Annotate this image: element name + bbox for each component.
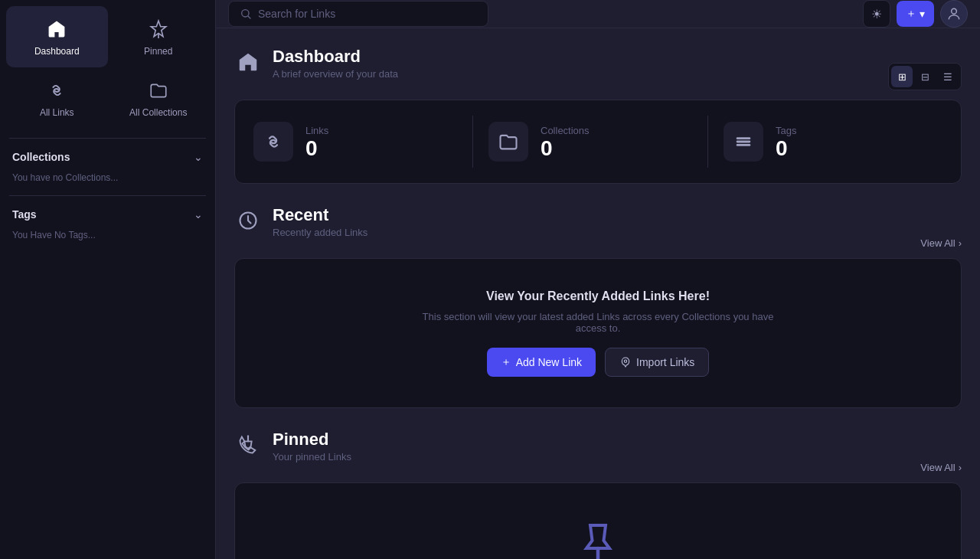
all-collections-label: All Collections	[129, 107, 187, 118]
sidebar-item-all-collections[interactable]: All Collections	[108, 67, 210, 129]
topbar-actions: ☀ ＋ ▾	[863, 0, 968, 28]
stat-tags: Tags 0	[708, 116, 942, 168]
recent-section: Recent Recently added Links View All › V…	[234, 205, 962, 408]
dashboard-title: Dashboard	[273, 47, 398, 67]
stat-links-icon	[253, 122, 293, 162]
sidebar-item-pinned[interactable]: Pinned	[108, 6, 210, 67]
pinned-title-block: Pinned Your pinned Links	[273, 430, 351, 463]
recent-title-block: Recent Recently added Links	[273, 205, 368, 238]
tags-chevron-icon: ⌄	[194, 208, 203, 221]
svg-line-2	[248, 16, 250, 18]
import-links-button[interactable]: Import Links	[605, 348, 709, 377]
recent-empty-card: View Your Recently Added Links Here! Thi…	[234, 258, 962, 408]
stat-links-value: 0	[305, 138, 328, 159]
pinned-title: Pinned	[273, 430, 351, 449]
stat-collections-info: Collections 0	[541, 125, 590, 159]
pinned-view-all-text: View All	[920, 462, 955, 473]
topbar: ☀ ＋ ▾	[216, 0, 980, 28]
view-toggle-grid-small[interactable]: ⊟	[914, 66, 936, 87]
stat-collections-icon	[488, 122, 528, 162]
page-content: Dashboard A brief overview of your data …	[216, 28, 980, 559]
dashboard-section: Dashboard A brief overview of your data …	[234, 47, 962, 184]
recent-empty-title: View Your Recently Added Links Here!	[486, 289, 710, 303]
add-new-link-button[interactable]: ＋ Add New Link	[487, 348, 596, 377]
stat-tags-info: Tags 0	[776, 125, 796, 159]
pinned-top-row: Pinned Your pinned Links View All ›	[234, 430, 962, 473]
folder-icon	[146, 78, 171, 103]
pinned-view-all-link[interactable]: View All ›	[920, 462, 962, 473]
sidebar-item-dashboard[interactable]: Dashboard	[6, 6, 108, 67]
search-icon	[240, 8, 252, 20]
tags-section-header[interactable]: Tags ⌄	[6, 199, 209, 227]
dashboard-section-icon	[234, 48, 262, 76]
recent-subtitle: Recently added Links	[273, 227, 368, 238]
add-dropdown-icon: ▾	[920, 8, 925, 20]
dashboard-top-row: Dashboard A brief overview of your data …	[234, 47, 962, 90]
recent-view-all-text: View All	[920, 237, 955, 249]
theme-icon: ☀	[871, 7, 882, 21]
add-link-label: Add New Link	[516, 356, 582, 368]
recent-view-all-chevron-icon: ›	[959, 237, 962, 249]
import-label: Import Links	[636, 356, 694, 368]
sidebar-collections-section: Collections ⌄ You have no Collections...	[0, 142, 215, 192]
stat-links: Links 0	[253, 116, 473, 168]
svg-rect-6	[737, 144, 751, 146]
stat-tags-value: 0	[776, 138, 796, 159]
dashboard-label: Dashboard	[34, 46, 80, 57]
collections-empty-text: You have no Collections...	[6, 169, 209, 192]
theme-toggle-button[interactable]: ☀	[863, 0, 890, 28]
sidebar-item-all-links[interactable]: All Links	[6, 67, 108, 129]
search-input[interactable]	[258, 8, 477, 20]
view-toggle-list[interactable]: ☰	[937, 66, 959, 87]
dashboard-title-block: Dashboard A brief overview of your data	[273, 47, 398, 80]
recent-icon	[234, 207, 262, 234]
dashboard-subtitle: A brief overview of your data	[273, 68, 398, 80]
stat-links-info: Links 0	[305, 125, 328, 159]
tags-empty-text: You Have No Tags...	[6, 227, 209, 250]
avatar[interactable]	[940, 0, 968, 28]
collections-section-header[interactable]: Collections ⌄	[6, 142, 209, 169]
view-toggles: ⊞ ⊟ ☰	[888, 63, 962, 90]
recent-view-all-link[interactable]: View All ›	[920, 237, 962, 249]
pin-icon	[146, 17, 171, 41]
stat-tags-label: Tags	[776, 125, 796, 136]
pinned-section: Pinned Your pinned Links View All ›	[234, 430, 962, 559]
stat-collections-label: Collections	[541, 125, 590, 136]
add-link-plus-icon: ＋	[501, 355, 511, 369]
stats-card: Links 0 Collections 0	[234, 100, 962, 184]
all-links-label: All Links	[40, 107, 74, 118]
dashboard-header: Dashboard A brief overview of your data	[234, 47, 398, 80]
sidebar-divider-2	[9, 195, 206, 196]
home-icon	[44, 17, 69, 41]
collections-section-title: Collections	[12, 151, 70, 163]
pinned-header: Pinned Your pinned Links	[234, 430, 351, 463]
pinned-subtitle: Your pinned Links	[273, 451, 351, 463]
pinned-view-all-chevron-icon: ›	[959, 462, 962, 473]
view-toggle-grid-large[interactable]: ⊞	[891, 66, 913, 87]
recent-empty-actions: ＋ Add New Link Import Links	[487, 348, 710, 377]
sidebar-divider-1	[9, 138, 206, 139]
recent-title: Recent	[273, 205, 368, 225]
stats-row: Links 0 Collections 0	[253, 116, 942, 168]
plus-icon: ＋	[906, 7, 916, 21]
sidebar-nav-grid: Dashboard Pinned All Links	[0, 0, 215, 135]
stat-links-label: Links	[305, 125, 328, 136]
sidebar-tags-section: Tags ⌄ You Have No Tags...	[0, 199, 215, 250]
link-icon	[44, 78, 69, 103]
pinned-empty-card: Pin Your Favorite Links Here!	[234, 482, 962, 559]
svg-point-8	[624, 360, 626, 362]
svg-rect-5	[737, 141, 751, 143]
import-icon	[619, 356, 632, 368]
stat-tags-icon	[724, 122, 763, 162]
add-new-button[interactable]: ＋ ▾	[897, 1, 934, 27]
stat-collections: Collections 0	[473, 116, 708, 168]
stat-collections-value: 0	[541, 138, 590, 159]
main-content: ☀ ＋ ▾	[216, 0, 980, 559]
recent-header: Recent Recently added Links	[234, 205, 368, 238]
pinned-label: Pinned	[144, 46, 172, 57]
tags-section-title: Tags	[12, 208, 37, 221]
collections-chevron-icon: ⌄	[194, 151, 203, 163]
search-box[interactable]	[228, 1, 488, 27]
pin-large-icon	[575, 521, 621, 559]
sidebar: Dashboard Pinned All Links	[0, 0, 216, 559]
